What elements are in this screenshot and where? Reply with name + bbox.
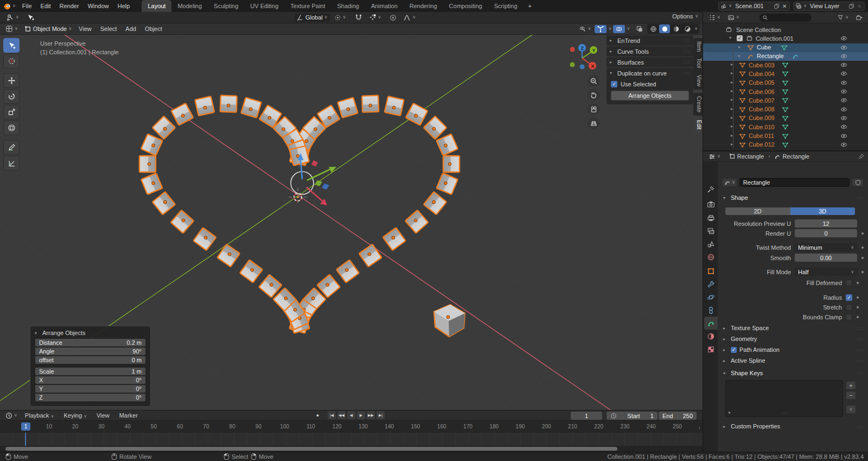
breadcrumb-data[interactable]: Rectangle [772,153,812,160]
eye-icon[interactable] [840,53,847,60]
proportional-falloff-dropdown[interactable]: ∨ [401,14,418,22]
properties-tab-material[interactable] [704,330,718,343]
shading-rendered-button[interactable] [682,24,693,33]
jump-start-button[interactable]: |◀ [328,411,336,419]
view-layer-name[interactable]: View Layer [808,3,846,9]
sidebar-tab-item[interactable]: Item [693,38,703,55]
tool-select-box-button[interactable] [3,38,20,53]
frame-start-field[interactable]: Start1 [607,412,658,420]
tool-rotate-button[interactable] [3,89,20,104]
shape-keys-specials-icon[interactable]: ▸ [729,410,733,415]
navigation-gizmo[interactable]: ZYX [563,40,602,76]
camera-view-button[interactable] [588,103,599,115]
record-button[interactable]: ● [314,411,322,419]
heart-cube[interactable] [385,96,404,116]
proportional-editing-icon[interactable] [387,14,399,22]
scene-selector[interactable]: ∨ Scene.001 ✕ [718,2,790,11]
heart-cube[interactable] [424,192,446,214]
frame-end-field[interactable]: End250 [659,412,697,420]
workspace-tab-uv-editing[interactable]: UV Editing [244,0,284,12]
eye-icon[interactable] [840,123,847,130]
eye-icon[interactable] [840,97,847,104]
timeline-menu-playback[interactable]: Playback ∨ [21,412,59,419]
workspace-tab-animation[interactable]: Animation [365,0,404,12]
collapse-icon[interactable]: ▾ [35,331,40,336]
workspace-tab-modeling[interactable]: Modeling [171,0,208,12]
fill-mode-dropdown[interactable]: Half∨ [795,268,857,276]
workspace-tab-scripting[interactable]: Scripting [488,0,524,12]
eye-icon[interactable] [840,88,847,95]
workspace-tab-compositing[interactable]: Compositing [443,0,488,12]
heart-cube[interactable] [241,98,261,118]
arrange-objects-button[interactable]: Arrange Objects [611,91,689,100]
heart-cube[interactable] [193,228,216,250]
heart-cube[interactable] [220,96,237,112]
outliner-search-input[interactable] [760,14,812,22]
heart-cube[interactable] [436,134,458,156]
properties-tab-constraints[interactable] [704,304,718,317]
outliner-row-cube-007[interactable]: ▸Cube.007 [703,96,868,105]
heart-cube[interactable] [359,244,382,267]
animate-dot[interactable] [861,232,864,235]
topbar-menu-render[interactable]: Render [55,3,84,9]
sidebar-tab-view[interactable]: View [693,72,703,90]
eye-icon[interactable] [840,115,847,122]
eye-icon[interactable] [840,44,847,51]
collection-checkbox[interactable]: ✓ [737,35,743,41]
sidebar-tab-tool[interactable]: Tool [693,55,703,71]
fill-deformed-checkbox[interactable] [846,280,852,286]
new-collection-button[interactable] [853,14,865,22]
twist-method-dropdown[interactable]: Minimum∨ [795,243,857,251]
properties-tab-texture[interactable] [704,343,718,356]
snap-target-dropdown[interactable]: ∨ [367,13,384,22]
outliner-row-cube[interactable]: ▸Cube [703,43,868,52]
panel-header-texture-space[interactable]: ▸Texture Space:::: [718,325,868,331]
properties-tab-output[interactable] [704,211,718,224]
npanel-section-duplicate-on-curve[interactable]: ▾Duplicate on curve:::: [607,68,693,78]
npanel-section-curve-tools[interactable]: ▸Curve Tools:::: [607,46,693,56]
topbar-menu-help[interactable]: Help [113,3,135,9]
operator-field-z[interactable]: Z0° [35,394,145,401]
dimension-option-2d[interactable]: 2D [725,207,790,215]
dimension-option-3d[interactable]: 3D [790,207,856,215]
pin-icon[interactable] [858,153,865,160]
operator-field-y[interactable]: Y0° [35,385,145,393]
tool-annotate-button[interactable] [3,140,20,155]
radius-checkbox[interactable]: ✓ [846,294,852,301]
outliner-row-cube-009[interactable]: ▸Cube.009 [703,114,868,123]
curve-data-dropdown[interactable]: ∨ [722,178,737,187]
heart-cube[interactable] [336,260,359,283]
animate-dot[interactable] [857,306,859,308]
playhead[interactable] [25,433,26,446]
overlays-toggle[interactable] [613,25,625,33]
current-frame-field[interactable]: 1 [571,412,602,420]
outliner-row-cube-005[interactable]: ▸Cube.005 [703,79,868,87]
tool-cursor-button[interactable] [3,54,20,68]
outliner-scene-icon[interactable]: ∨ [725,14,742,22]
properties-tab-object[interactable] [704,264,718,277]
snap-toggle-icon[interactable] [353,13,365,22]
heart-cube[interactable] [141,173,162,194]
animate-dot[interactable] [857,282,859,284]
heart-cube[interactable] [362,96,379,112]
viewport-3d[interactable]: User Perspective (1) Collection.001 | Re… [0,35,703,410]
pan-button[interactable] [588,89,599,101]
shape-keys-panel-header[interactable]: ▾ Shape Keys :::: [718,370,868,376]
shading-wireframe-button[interactable] [648,24,659,33]
smooth-field[interactable]: 0.00 [795,254,857,262]
outliner-row-rectangle[interactable]: ▸Rectangle [703,52,868,61]
npanel-section-bsurfaces[interactable]: ▸Bsurfaces:::: [607,57,693,67]
animate-dot[interactable] [861,271,864,273]
xray-toggle[interactable] [634,25,646,33]
eye-icon[interactable] [840,132,847,140]
outliner-row-cube-003[interactable]: ▸Cube.003 [703,61,868,70]
heart-cube[interactable] [217,244,240,267]
viewport-menu-view[interactable]: View [75,26,95,32]
view-layer-selector[interactable]: ∨ View Layer ✕ [793,2,865,11]
operator-field-angle[interactable]: Angle90° [35,348,145,355]
use-selected-row[interactable]: ✓Use Selected [611,81,689,87]
outliner-row-cube-012[interactable]: ▸Cube.012 [703,141,868,149]
panel-grip[interactable]: :::: [857,195,864,200]
blender-logo-icon[interactable]: ∨ [3,2,16,10]
heart-cube[interactable] [290,146,309,166]
